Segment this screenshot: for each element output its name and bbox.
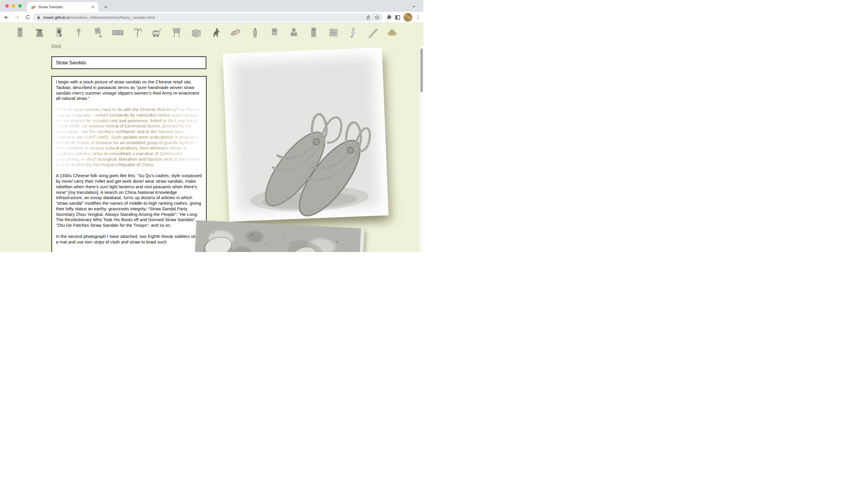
nav-thumbnail-ration-box[interactable]: C	[190, 25, 203, 40]
palm-tree-icon	[132, 26, 143, 39]
back-icon[interactable]	[2, 13, 11, 21]
paragraph-folk-song: A 1930s Chinese folk song goes like this…	[56, 173, 202, 228]
straw-sandals-illustration	[231, 72, 381, 220]
nav-thumbnail-scarecrow[interactable]	[72, 25, 85, 40]
nav-thumbnail-projector[interactable]	[33, 25, 46, 40]
ration-box-icon: C	[191, 26, 202, 39]
tab-strip: Straw Sandals	[0, 0, 423, 12]
share-icon[interactable]	[366, 15, 371, 20]
godzilla-icon	[210, 26, 222, 39]
nav-thumbnail-protest-sign[interactable]	[92, 25, 105, 40]
soldiers-photo	[193, 220, 365, 252]
bookmark-star-icon[interactable]	[374, 15, 380, 20]
favicon-straw-sandals-icon	[31, 5, 36, 10]
straw-hat-icon	[386, 26, 398, 39]
soldiers-illustration	[193, 220, 365, 252]
url-host: iriseel.github.io	[43, 15, 70, 20]
pier-icon	[367, 26, 378, 39]
protest-sign-icon	[92, 26, 104, 39]
wagon-icon	[151, 26, 163, 39]
new-tab-button[interactable]	[102, 3, 110, 11]
address-bar[interactable]: iriseel.github.io/mundane_militarisms/he…	[33, 13, 383, 21]
nav-thumbnail-magazine[interactable]	[53, 25, 66, 40]
profile-avatar[interactable]	[404, 13, 412, 22]
nav-thumbnail-road-sign[interactable]	[170, 25, 183, 40]
svg-text:C: C	[194, 33, 196, 36]
reload-icon[interactable]	[23, 13, 32, 21]
straw-sandals-photo	[223, 47, 389, 221]
small-poster-icon	[269, 26, 280, 39]
projector-icon	[34, 26, 46, 39]
extensions-puzzle-icon[interactable]	[386, 14, 392, 20]
nav-thumbnail-godzilla[interactable]	[209, 25, 222, 40]
nav-thumbnail-canned-goods[interactable]	[288, 25, 301, 40]
page-title: Straw Sandals	[51, 56, 206, 69]
close-tab-icon[interactable]	[90, 5, 95, 10]
nav-thumbnail-poster-book[interactable]	[307, 25, 320, 40]
nav-thumbnail-envelope[interactable]	[327, 25, 340, 40]
canned-goods-icon	[288, 26, 300, 39]
nav-thumbnail-straw-hat[interactable]	[386, 25, 399, 40]
page-scrollbar-thumb[interactable]	[420, 49, 423, 92]
envelope-icon	[328, 26, 339, 39]
paragraph-second-photograph: In the second photograph I have attached…	[56, 234, 202, 245]
tab-straw-sandals[interactable]: Straw Sandals	[27, 2, 98, 12]
url-path: /mundane_militarisms/henry/henry_sandals…	[70, 15, 155, 20]
tab-title: Straw Sandals	[38, 5, 90, 9]
poster-twilight-icon	[14, 26, 26, 39]
browser-toolbar: iriseel.github.io/mundane_militarisms/he…	[0, 12, 423, 23]
seated-figure-icon	[347, 26, 359, 39]
kebab-menu-icon[interactable]	[415, 15, 421, 20]
road-sign-icon	[171, 26, 182, 39]
nav-thumbnail-palm-tree[interactable]	[131, 25, 144, 40]
nav-thumbnail-small-poster[interactable]	[268, 25, 281, 40]
minimize-window-button[interactable]	[12, 4, 15, 7]
close-window-button[interactable]	[5, 4, 9, 7]
paragraph-faded-red-army: What do straw sandals have to do with th…	[56, 107, 202, 167]
straw-sandals-icon	[230, 26, 241, 39]
paragraph-intro: I begin with a stock picture of straw sa…	[56, 79, 202, 101]
article-text-box: I begin with a stock picture of straw sa…	[51, 76, 207, 252]
page-scrollbar-track[interactable]	[419, 47, 423, 252]
nav-thumbnail-straw-sandals[interactable]	[229, 25, 242, 40]
poster-book-icon	[308, 26, 319, 39]
magazine-icon	[53, 26, 65, 39]
standing-figure-icon	[249, 26, 261, 39]
tab-search-chevron-icon[interactable]	[410, 3, 417, 10]
nav-thumbnail-poster-twilight[interactable]	[14, 25, 27, 40]
back-link[interactable]: Back	[51, 43, 61, 48]
nav-thumbnail-standing-figure[interactable]	[249, 25, 262, 40]
url-text: iriseel.github.io/mundane_militarisms/he…	[43, 15, 366, 20]
nav-thumbnail-seated-figure[interactable]	[347, 25, 359, 40]
scarecrow-icon	[73, 26, 85, 39]
side-panel-icon[interactable]	[395, 14, 401, 20]
browser-window: Straw Sandals iriseel.github.io	[0, 0, 423, 252]
forward-icon[interactable]	[13, 13, 21, 21]
object-thumbnail-nav: C	[0, 25, 417, 40]
page-content: C Back Straw Sandals I begin with a stoc…	[0, 23, 423, 252]
nav-thumbnail-wagon[interactable]	[151, 25, 163, 40]
straw-sandals-photo-inner	[224, 49, 387, 220]
lock-icon[interactable]	[36, 15, 41, 20]
banknote-icon	[112, 26, 124, 39]
fullscreen-window-button[interactable]	[18, 4, 22, 7]
nav-thumbnail-banknote[interactable]	[111, 25, 124, 40]
nav-thumbnail-pier[interactable]	[366, 25, 379, 40]
